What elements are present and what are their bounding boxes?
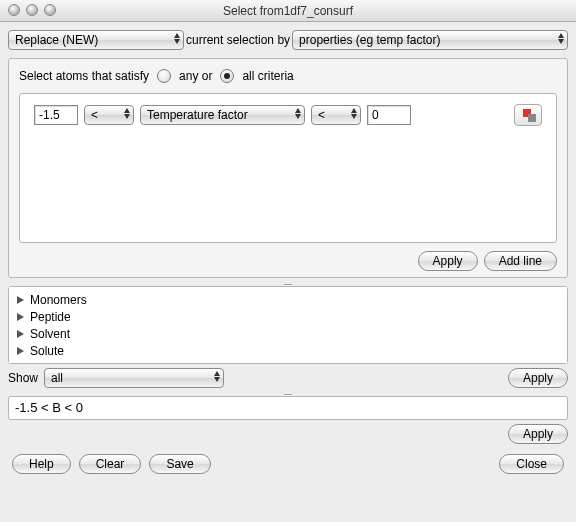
window-title: Select from1df7_consurf (223, 4, 353, 18)
op1-select[interactable]: < (84, 105, 134, 125)
disclosure-triangle-icon[interactable] (17, 296, 24, 304)
method-select-value: properties (eg temp factor) (299, 33, 440, 47)
category-tree: Monomers Peptide Solvent Solute (9, 287, 567, 363)
splitter-grip-icon[interactable]: ⸺ (8, 278, 568, 286)
titlebar: Select from1df7_consurf (0, 0, 576, 22)
radio-all-label: all criteria (242, 69, 293, 83)
radio-any[interactable] (157, 69, 171, 83)
show-label: Show (8, 371, 38, 385)
minimize-window-icon[interactable] (26, 4, 38, 16)
action-select[interactable]: Replace (NEW) (8, 30, 184, 50)
close-window-icon[interactable] (8, 4, 20, 16)
window-controls (8, 4, 56, 16)
splitter-grip-icon[interactable]: ⸺ (8, 388, 568, 396)
disclosure-triangle-icon[interactable] (17, 313, 24, 321)
tree-item-label: Peptide (30, 310, 71, 324)
help-button[interactable]: Help (12, 454, 71, 474)
tree-item[interactable]: Monomers (17, 291, 559, 308)
value-high-input[interactable] (367, 105, 411, 125)
show-select-value: all (51, 371, 63, 385)
disclosure-triangle-icon[interactable] (17, 330, 24, 338)
delete-line-icon[interactable] (514, 104, 542, 126)
criteria-apply-button[interactable]: Apply (418, 251, 478, 271)
property-value: Temperature factor (147, 108, 248, 122)
zoom-window-icon[interactable] (44, 4, 56, 16)
tree-item-label: Solute (30, 344, 64, 358)
show-apply-button[interactable]: Apply (508, 368, 568, 388)
close-button[interactable]: Close (499, 454, 564, 474)
save-button[interactable]: Save (149, 454, 210, 474)
tree-item[interactable]: Solvent (17, 325, 559, 342)
radio-all[interactable] (220, 69, 234, 83)
tree-item[interactable]: Solute (17, 342, 559, 359)
tree-item-label: Monomers (30, 293, 87, 307)
criteria-prompt: Select atoms that satisfy (19, 69, 149, 83)
expression-apply-button[interactable]: Apply (508, 424, 568, 444)
show-select[interactable]: all (44, 368, 224, 388)
tree-item-label: Solvent (30, 327, 70, 341)
action-select-value: Replace (NEW) (15, 33, 98, 47)
radio-any-label: any or (179, 69, 212, 83)
op1-value: < (91, 108, 98, 122)
disclosure-triangle-icon[interactable] (17, 347, 24, 355)
toprow-midtext: current selection by (186, 33, 290, 47)
tree-item[interactable]: Peptide (17, 308, 559, 325)
value-low-input[interactable] (34, 105, 78, 125)
expression-text[interactable]: -1.5 < B < 0 (15, 400, 83, 415)
op2-value: < (318, 108, 325, 122)
add-line-button[interactable]: Add line (484, 251, 557, 271)
method-select[interactable]: properties (eg temp factor) (292, 30, 568, 50)
clear-button[interactable]: Clear (79, 454, 142, 474)
property-select[interactable]: Temperature factor (140, 105, 305, 125)
op2-select[interactable]: < (311, 105, 361, 125)
